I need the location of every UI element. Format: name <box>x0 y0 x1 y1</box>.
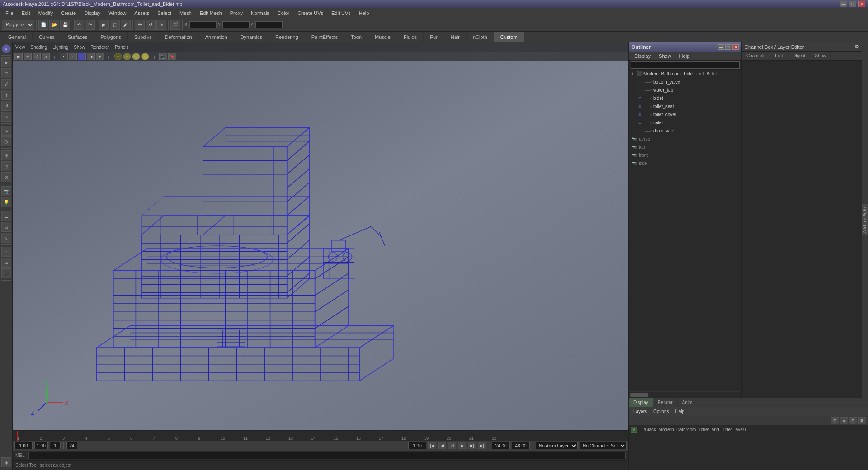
viewport[interactable]: View Shading Lighting Show Renderer Pane… <box>13 42 628 430</box>
layer-visible-v[interactable]: V <box>631 427 637 433</box>
menu-normals[interactable]: Normals <box>247 9 273 17</box>
layer-icon-4[interactable]: ⊠ <box>858 417 866 424</box>
open-button[interactable]: 📂 <box>49 20 59 30</box>
outliner-maximize-button[interactable]: □ <box>725 44 731 50</box>
viewport-menu-lighting[interactable]: Lighting <box>52 45 68 50</box>
layer-row-1[interactable]: V /Black_Modern_Bathroom_Toilet_and_Bide… <box>629 425 868 434</box>
layer-icon-2[interactable]: ◈ <box>840 417 848 424</box>
vp-wireframe[interactable]: ⬚ <box>78 53 86 60</box>
coord-x-input[interactable] <box>189 21 217 28</box>
vp-rotate-tool[interactable]: ↺ <box>33 53 41 60</box>
menu-color[interactable]: Color <box>274 9 293 17</box>
tree-item-side[interactable]: 📷 side <box>629 159 741 167</box>
snap-grid-tool[interactable]: ⊞ <box>1 150 11 160</box>
tab-general[interactable]: General <box>2 32 33 42</box>
menu-help[interactable]: Help <box>355 9 373 17</box>
tab-dynamics[interactable]: Dynamics <box>234 32 269 42</box>
tree-item-persp[interactable]: 📷 persp <box>629 135 741 143</box>
light-tool[interactable]: 💡 <box>1 197 11 207</box>
tab-fluids[interactable]: Fluids <box>397 32 424 42</box>
outliner-tool[interactable]: ⬛ <box>1 268 11 278</box>
vp-shading2[interactable]: ▫ <box>69 53 77 60</box>
viewport-menu-shading[interactable]: Shading <box>31 45 47 50</box>
select-tool[interactable]: ▶ <box>1 57 11 67</box>
save-button[interactable]: 💾 <box>60 20 70 30</box>
menu-edit-mesh[interactable]: Edit Mesh <box>196 9 226 17</box>
channel-settings-button[interactable]: ⚙ <box>854 44 859 50</box>
expand-icon[interactable]: ▼ <box>630 71 635 76</box>
go-start-button[interactable]: |◀ <box>428 442 436 449</box>
tab-animation[interactable]: Animation <box>199 32 234 42</box>
layer-menu-options[interactable]: Options <box>651 408 671 415</box>
ch-tab-show[interactable]: Show <box>810 52 831 60</box>
vp-light1[interactable]: ○ <box>114 53 122 60</box>
tab-ncloth[interactable]: nCloth <box>467 32 494 42</box>
tree-item-front[interactable]: 📷 front <box>629 151 741 159</box>
outliner-close-button[interactable]: ✕ <box>732 44 739 50</box>
menu-file[interactable]: File <box>2 9 17 17</box>
tree-item-group[interactable]: ▼ ⬛ Modern_Bathroom_Toilet_and_Bidet <box>629 70 741 78</box>
outliner-search-input[interactable] <box>631 61 740 69</box>
menu-proxy[interactable]: Proxy <box>226 9 246 17</box>
menu-select[interactable]: Select <box>154 9 175 17</box>
menu-modify[interactable]: Modify <box>35 9 57 17</box>
viewport-menu-renderer[interactable]: Renderer <box>90 45 109 50</box>
lasso-button[interactable]: ⬚ <box>110 20 120 30</box>
current-frame-input[interactable] <box>34 442 48 449</box>
rotate-button[interactable]: ↺ <box>146 20 156 30</box>
tree-item-toilet[interactable]: ⊙ —○ toilet <box>629 118 741 127</box>
paint-button[interactable]: 🖌 <box>121 20 131 30</box>
tree-item-bottom-valve[interactable]: ⊙ —○ bottom_valve <box>629 78 741 86</box>
tab-custom[interactable]: Custom <box>494 32 524 42</box>
layer-menu-layers[interactable]: Layers <box>631 408 650 415</box>
attribute-editor-tab[interactable]: Attribute Editor <box>862 204 868 235</box>
tab-fur[interactable]: Fur <box>424 32 444 42</box>
pb-end2-input[interactable] <box>512 442 530 449</box>
prev-frame-button[interactable]: ◀ <box>438 442 446 449</box>
vp-scale-tool[interactable]: ⇲ <box>42 53 50 60</box>
menu-edit-uvs[interactable]: Edit UVs <box>328 9 354 17</box>
viewport-menu-panels[interactable]: Panels <box>115 45 129 50</box>
layer-icon-1[interactable]: ⊞ <box>831 417 839 424</box>
play-back-button[interactable]: ◁ <box>448 442 456 449</box>
pb-end-input[interactable] <box>492 442 510 449</box>
tab-subdivs[interactable]: Subdivs <box>128 32 159 42</box>
vp-bookmark[interactable]: 🔖 <box>168 53 176 60</box>
layer-menu-help[interactable]: Help <box>672 408 687 415</box>
move-tool[interactable]: ✛ <box>1 90 11 100</box>
tab-polygons[interactable]: Polygons <box>94 32 127 42</box>
display-layers-tool[interactable]: ☰ <box>1 211 11 221</box>
viewport-menu-show[interactable]: Show <box>74 45 85 50</box>
select-mode-tool[interactable]: ● <box>2 44 11 53</box>
tree-item-top[interactable]: 📷 top <box>629 143 741 151</box>
layer-tab-anim[interactable]: Anim <box>678 398 698 407</box>
tab-surfaces[interactable]: Surfaces <box>61 32 94 42</box>
tab-curves[interactable]: Curves <box>33 32 61 42</box>
tree-item-toilet-cover[interactable]: ⊙ —○ toilet_cover <box>629 110 741 118</box>
render-layers-tool[interactable]: ⊟ <box>1 222 11 232</box>
script-editor-tool[interactable]: ◈ <box>1 457 11 467</box>
ch-tab-channels[interactable]: Channels <box>742 52 770 60</box>
anim-layers-tool[interactable]: ♫ <box>1 233 11 243</box>
scale-button[interactable]: ⇲ <box>156 20 166 30</box>
menu-edit[interactable]: Edit <box>18 9 34 17</box>
new-scene-button[interactable]: 📄 <box>38 20 48 30</box>
tab-painteffects[interactable]: PaintEffects <box>305 32 345 42</box>
play-forward-button[interactable]: ▶ <box>458 442 466 449</box>
tree-item-drain-vale[interactable]: ⊙ —○ drain_vale <box>629 127 741 135</box>
tab-rendering[interactable]: Rendering <box>269 32 305 42</box>
vp-light3[interactable]: ○ <box>132 53 140 60</box>
menu-assets[interactable]: Assets <box>131 9 153 17</box>
tree-item-bidet[interactable]: ⊙ —○ bidet <box>629 94 741 102</box>
rotate-tool[interactable]: ↺ <box>1 101 11 111</box>
menu-mesh[interactable]: Mesh <box>176 9 195 17</box>
attribute-editor-tool[interactable]: ≋ <box>1 258 11 268</box>
paint-select-tool[interactable]: 🖌 <box>1 79 11 89</box>
coord-z-input[interactable] <box>255 21 283 28</box>
outliner-menu-show[interactable]: Show <box>655 52 675 60</box>
move-button[interactable]: ✛ <box>135 20 145 30</box>
next-frame-button[interactable]: ▶| <box>468 442 476 449</box>
menu-create[interactable]: Create <box>57 9 80 17</box>
tab-deformation[interactable]: Deformation <box>159 32 199 42</box>
minimize-button[interactable]: — <box>840 1 847 7</box>
